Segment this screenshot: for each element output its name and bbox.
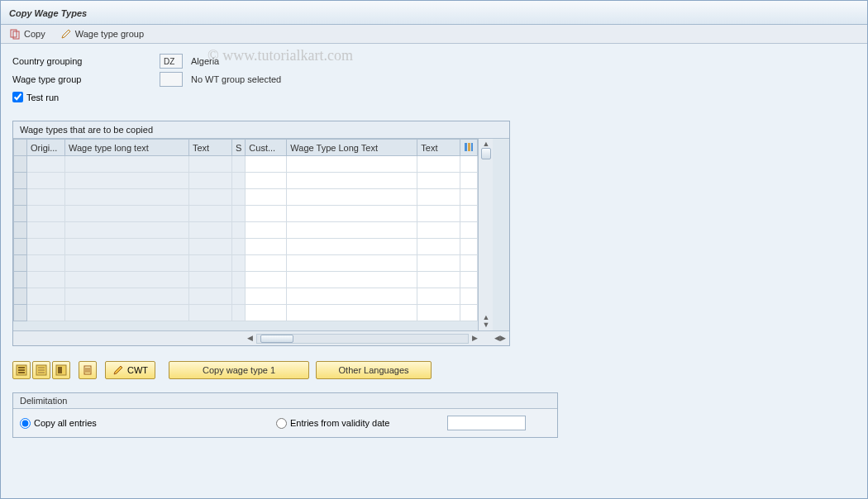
table-cell[interactable] [417, 272, 460, 288]
table-cell[interactable] [27, 173, 65, 189]
validity-date-input[interactable] [447, 416, 526, 430]
table-cell[interactable] [246, 305, 287, 321]
deselect-all-button[interactable] [32, 361, 50, 379]
table-cell[interactable] [232, 255, 246, 272]
table-cell[interactable] [27, 189, 65, 206]
table-cell[interactable] [246, 206, 287, 222]
table-row[interactable] [14, 189, 478, 206]
table-cell[interactable] [65, 156, 189, 173]
table-cell[interactable] [460, 239, 478, 255]
table-cell[interactable] [232, 173, 246, 189]
table-cell[interactable] [14, 288, 27, 305]
table-row[interactable] [14, 255, 478, 272]
hscroll-track[interactable] [256, 334, 469, 344]
table-cell[interactable] [189, 206, 232, 222]
col-cust[interactable]: Cust... [246, 140, 287, 156]
table-cell[interactable] [27, 255, 65, 272]
table-cell[interactable] [417, 222, 460, 239]
table-cell[interactable] [14, 239, 27, 255]
table-cell[interactable] [246, 239, 287, 255]
table-cell[interactable] [460, 272, 478, 288]
table-cell[interactable] [417, 173, 460, 189]
table-cell[interactable] [65, 272, 189, 288]
table-cell[interactable] [460, 189, 478, 206]
table-cell[interactable] [287, 305, 417, 321]
table-cell[interactable] [460, 305, 478, 321]
table-cell[interactable] [232, 222, 246, 239]
table-cell[interactable] [287, 173, 417, 189]
col-origi[interactable]: Origi... [27, 140, 65, 156]
table-cell[interactable] [417, 305, 460, 321]
grid-vertical-scrollbar[interactable]: ▲ ▲ ▼ [478, 139, 493, 330]
test-run-checkbox[interactable] [12, 92, 23, 102]
grid-horizontal-scrollbar-2[interactable]: ◀ ▶ [491, 331, 509, 345]
table-row[interactable] [14, 222, 478, 239]
country-grouping-input[interactable] [160, 54, 183, 69]
table-cell[interactable] [246, 189, 287, 206]
radio-entries-from-input[interactable] [276, 418, 287, 429]
column-options-button[interactable] [460, 140, 478, 156]
table-cell[interactable] [232, 288, 246, 305]
table-cell[interactable] [246, 288, 287, 305]
table-cell[interactable] [287, 239, 417, 255]
copy-wage-type-1-button[interactable]: Copy wage type 1 [169, 361, 309, 379]
table-cell[interactable] [287, 156, 417, 173]
col-selector[interactable] [14, 140, 27, 156]
scroll-right-icon[interactable]: ▶ [472, 335, 478, 342]
wage-type-group-input[interactable] [160, 72, 183, 87]
grid-horizontal-scrollbar[interactable]: ◀ ▶ [244, 331, 481, 345]
scroll-left2-icon[interactable]: ◀ [494, 335, 500, 342]
table-cell[interactable] [65, 173, 189, 189]
table-cell[interactable] [189, 239, 232, 255]
scroll-up-icon[interactable]: ▲ [482, 140, 489, 148]
table-cell[interactable] [65, 305, 189, 321]
scroll-right2-icon[interactable]: ▶ [500, 335, 506, 342]
table-cell[interactable] [460, 173, 478, 189]
scroll-down-icon[interactable]: ▼ [482, 321, 489, 329]
table-cell[interactable] [417, 189, 460, 206]
table-cell[interactable] [27, 206, 65, 222]
table-row[interactable] [14, 173, 478, 189]
table-cell[interactable] [65, 206, 189, 222]
table-cell[interactable] [232, 156, 246, 173]
table-row[interactable] [14, 206, 478, 222]
table-cell[interactable] [65, 255, 189, 272]
select-block-button[interactable] [52, 361, 70, 379]
select-all-button[interactable] [12, 361, 31, 379]
table-cell[interactable] [189, 288, 232, 305]
table-cell[interactable] [27, 272, 65, 288]
table-cell[interactable] [232, 305, 246, 321]
table-cell[interactable] [417, 239, 460, 255]
table-row[interactable] [14, 288, 478, 305]
table-cell[interactable] [65, 222, 189, 239]
table-row[interactable] [14, 305, 478, 321]
table-cell[interactable] [460, 288, 478, 305]
table-cell[interactable] [246, 173, 287, 189]
table-cell[interactable] [287, 189, 417, 206]
table-cell[interactable] [246, 222, 287, 239]
table-cell[interactable] [246, 272, 287, 288]
table-row[interactable] [14, 272, 478, 288]
table-cell[interactable] [232, 189, 246, 206]
table-cell[interactable] [65, 288, 189, 305]
table-row[interactable] [14, 156, 478, 173]
table-cell[interactable] [287, 255, 417, 272]
table-cell[interactable] [27, 222, 65, 239]
table-cell[interactable] [189, 305, 232, 321]
scroll-thumb-top[interactable] [481, 148, 491, 159]
table-cell[interactable] [417, 206, 460, 222]
table-cell[interactable] [287, 272, 417, 288]
table-cell[interactable] [189, 222, 232, 239]
table-cell[interactable] [232, 239, 246, 255]
wage-type-group-button[interactable]: Wage type group [60, 28, 144, 40]
table-cell[interactable] [14, 222, 27, 239]
col-text-2[interactable]: Text [417, 140, 460, 156]
table-cell[interactable] [287, 206, 417, 222]
scroll-left-icon[interactable]: ◀ [247, 335, 253, 342]
table-cell[interactable] [232, 206, 246, 222]
table-cell[interactable] [65, 189, 189, 206]
table-cell[interactable] [65, 239, 189, 255]
table-row[interactable] [14, 239, 478, 255]
table-cell[interactable] [189, 272, 232, 288]
other-languages-button[interactable]: Other Languages [316, 361, 432, 379]
